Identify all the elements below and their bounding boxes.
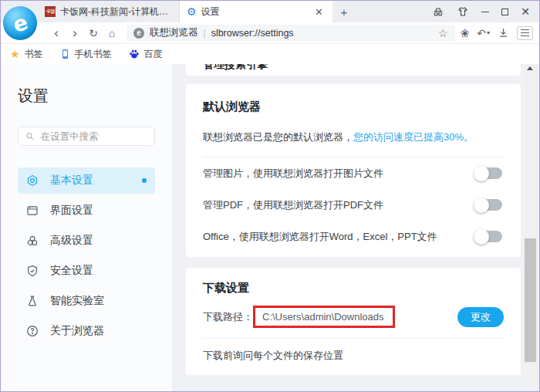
- sidebar-item-label: 智能实验室: [50, 294, 104, 308]
- section-title: 默认浏览器: [203, 100, 504, 114]
- toggle-label: 管理PDF，使用联想浏览器打开PDF文件: [203, 198, 383, 212]
- site-logo-icon: e: [133, 28, 144, 39]
- bookmark-star-icon[interactable]: ☆: [438, 27, 448, 39]
- toggle-knob: [474, 229, 489, 245]
- close-window-button[interactable]: ✕: [521, 6, 530, 17]
- url-text: slbrowser://settings: [211, 28, 294, 39]
- browser-logo[interactable]: e: [3, 6, 37, 40]
- browser-logo-glyph: e: [10, 9, 31, 36]
- active-dot: [142, 178, 147, 183]
- window-icon: [26, 204, 39, 217]
- bookmark-item-mobile[interactable]: 手机书签: [60, 48, 112, 61]
- restore-tabs-control[interactable]: ↶ ▾: [477, 27, 490, 39]
- phone-icon: [60, 49, 70, 59]
- content-area: 设置 基本设置 界面设置: [1, 64, 539, 391]
- gear-icon: ⚙: [187, 6, 197, 17]
- sidebar-item-label: 关于浏览器: [50, 324, 104, 338]
- undo-icon: ↶: [477, 27, 486, 39]
- download-path-row: 下载路径： C:\Users\admin\Downloads 更改: [203, 306, 504, 328]
- status-highlight: 您的访问速度已提高30%。: [353, 131, 474, 143]
- bookmark-item-shuqian[interactable]: ★ 书签: [10, 48, 43, 61]
- address-bar[interactable]: e 联想浏览器 | slbrowser://settings ☆: [127, 25, 455, 42]
- bookmark-label: 百度: [144, 48, 163, 61]
- extensions-flower-icon[interactable]: ❀: [461, 27, 470, 39]
- settings-sidebar: 设置 基本设置 界面设置: [1, 64, 172, 391]
- browser-window: e 卡饭 卡饭网-科技新闻-计算机安全 ⚙ 设置 ✕ +: [0, 0, 540, 392]
- content-scrollbar[interactable]: [524, 64, 537, 364]
- sidebar-item-about-browser[interactable]: 关于浏览器: [18, 318, 155, 344]
- shield-check-icon: [26, 265, 39, 277]
- bookmark-item-baidu[interactable]: 百度: [129, 48, 163, 61]
- search-input[interactable]: [40, 131, 147, 142]
- ask-save-location-label: 下载前询问每个文件的保存位置: [203, 350, 343, 361]
- section-title-partial: 管理搜索引擎: [203, 64, 504, 72]
- sidebar-item-label: 界面设置: [50, 204, 93, 218]
- bookmarks-bar: ★ 书签 手机书签 百度: [1, 44, 539, 64]
- settings-menu: 基本设置 界面设置 高级设置: [18, 167, 155, 344]
- ask-save-location-row[interactable]: 下载前询问每个文件的保存位置: [203, 339, 504, 364]
- download-path-label: 下载路径：: [203, 310, 253, 324]
- toggle-knob: [474, 166, 489, 181]
- search-icon: [25, 131, 34, 141]
- status-text: 联想浏览器已是您的默认浏览器，: [203, 131, 353, 143]
- flask-icon: [26, 295, 39, 307]
- theme-tshirt-icon[interactable]: [457, 5, 469, 18]
- sidebar-item-smart-lab[interactable]: 智能实验室: [18, 288, 155, 314]
- new-tab-button[interactable]: +: [332, 1, 356, 22]
- search-engine-section-partial: 管理搜索引擎: [186, 64, 521, 76]
- chevron-down-icon: ▾: [487, 29, 490, 36]
- kafan-favicon-icon: 卡饭: [45, 6, 56, 17]
- downloads-icon[interactable]: [498, 27, 509, 39]
- tab-kafan[interactable]: 卡饭 卡饭网-科技新闻-计算机安全: [38, 1, 180, 22]
- scroll-up-arrow-icon[interactable]: [527, 66, 533, 70]
- baidu-paw-icon: [129, 49, 140, 59]
- home-button[interactable]: ⌂: [103, 27, 121, 39]
- incognito-icon[interactable]: [432, 5, 444, 18]
- sidebar-item-label: 高级设置: [50, 234, 93, 248]
- toggle-knob: [474, 198, 489, 213]
- sidebar-item-interface-settings[interactable]: 界面设置: [18, 198, 155, 224]
- toggle-label: 管理图片，使用联想浏览器打开图片文件: [203, 167, 383, 181]
- reload-button[interactable]: ↻: [84, 27, 103, 39]
- question-circle-icon: [26, 325, 39, 337]
- sidebar-item-label: 基本设置: [50, 174, 93, 188]
- tab-close-icon[interactable]: ✕: [312, 5, 326, 19]
- sidebar-item-basic-settings[interactable]: 基本设置: [18, 167, 155, 194]
- toggle-row-office: Office，使用联想浏览器打开Word，Excel，PPT文件: [203, 221, 504, 252]
- url-separator: |: [204, 28, 206, 39]
- nut-gear-icon: [26, 174, 39, 187]
- default-browser-status: 联想浏览器已是您的默认浏览器，您的访问速度已提高30%。: [203, 130, 504, 144]
- settings-search-box[interactable]: [18, 127, 155, 146]
- tab-settings[interactable]: ⚙ 设置 ✕: [180, 1, 332, 22]
- navigation-bar: ‹ › ↻ ⌂ e 联想浏览器 | slbrowser://settings ☆…: [1, 22, 539, 44]
- toggle-row-pdf: 管理PDF，使用联想浏览器打开PDF文件: [203, 189, 504, 221]
- settings-main-panel: 管理搜索引擎 默认浏览器 联想浏览器已是您的默认浏览器，您的访问速度已提高30%…: [172, 64, 539, 391]
- default-browser-section: 默认浏览器 联想浏览器已是您的默认浏览器，您的访问速度已提高30%。 管理图片，…: [186, 84, 521, 257]
- back-button[interactable]: ‹: [47, 26, 66, 39]
- toggle-row-images: 管理图片，使用联想浏览器打开图片文件: [203, 157, 504, 189]
- sidebar-item-label: 安全设置: [50, 264, 93, 278]
- download-settings-section: 下载设置 下载路径： C:\Users\admin\Downloads 更改 下…: [186, 268, 521, 375]
- toggle-label: Office，使用联想浏览器打开Word，Excel，PPT文件: [203, 230, 437, 244]
- bookmark-label: 手机书签: [75, 48, 112, 61]
- change-path-button[interactable]: 更改: [457, 307, 504, 327]
- window-controls: ✕: [432, 1, 539, 22]
- section-title: 下载设置: [203, 281, 504, 296]
- star-icon: ★: [10, 49, 20, 59]
- sidebar-item-security-settings[interactable]: 安全设置: [18, 258, 155, 284]
- scrollbar-thumb[interactable]: [525, 238, 536, 362]
- toggle-switch-images[interactable]: [476, 167, 502, 179]
- tab-label: 设置: [201, 5, 220, 19]
- minimize-button[interactable]: [481, 12, 489, 12]
- toggle-switch-office[interactable]: [476, 231, 502, 242]
- toggle-switch-pdf[interactable]: [476, 199, 502, 211]
- maximize-button[interactable]: [501, 8, 508, 15]
- download-path-value-highlighted: C:\Users\admin\Downloads: [253, 306, 395, 328]
- toolbar-icons: ❀ ↶ ▾: [461, 26, 535, 40]
- forward-button[interactable]: ›: [66, 26, 84, 39]
- main-menu-button[interactable]: [517, 26, 533, 40]
- tab-label: 卡饭网-科技新闻-计算机安全: [60, 5, 172, 19]
- sidebar-item-advanced-settings[interactable]: 高级设置: [18, 228, 155, 254]
- tab-bar: 卡饭 卡饭网-科技新闻-计算机安全 ⚙ 设置 ✕ +: [1, 1, 539, 22]
- page-title: 设置: [18, 86, 155, 106]
